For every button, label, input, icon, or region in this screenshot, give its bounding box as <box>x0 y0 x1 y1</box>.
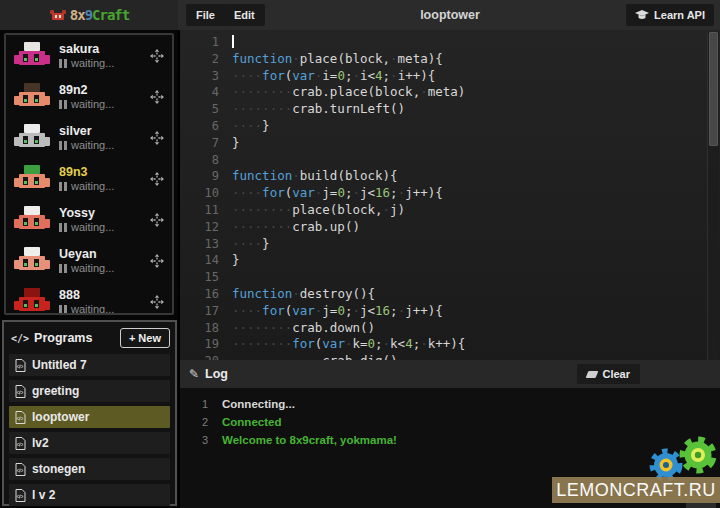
file-code-icon <box>15 385 26 398</box>
code-line: 12 ········crab.up() <box>180 219 720 236</box>
log-entry: 2 Connected <box>180 413 720 431</box>
player-status-text: waiting... <box>71 303 114 315</box>
menu-edit[interactable]: Edit <box>224 4 265 26</box>
code-line: 4 ········crab.place(block,·meta) <box>180 84 720 101</box>
avatar-head <box>24 124 40 133</box>
player-status: waiting... <box>59 221 141 233</box>
log-text: Connected <box>222 413 281 431</box>
line-number: 9 <box>180 168 232 185</box>
crab-avatar <box>14 82 50 112</box>
line-number: 13 <box>180 236 232 253</box>
program-label: Untitled 7 <box>32 358 87 372</box>
crab-avatar <box>14 246 50 276</box>
player-status-text: waiting... <box>71 57 114 69</box>
avatar-body <box>19 174 45 188</box>
player-row[interactable]: Ueyan waiting... <box>6 240 172 281</box>
program-item[interactable]: lv2 <box>9 432 170 454</box>
move-arrows-icon[interactable] <box>150 254 164 268</box>
code-line: 3 ····for(var·i=0;·i<4;·i++){ <box>180 68 720 85</box>
pause-icon <box>59 182 67 191</box>
line-number: 20 <box>180 353 232 360</box>
log-line-number: 3 <box>180 431 222 449</box>
player-row[interactable]: 89n3 waiting... <box>6 158 172 199</box>
program-list: Untitled 7 greeting looptower lv2 stoneg… <box>9 354 170 506</box>
code-line: 5 ········crab.turnLeft() <box>180 101 720 118</box>
menu-file[interactable]: File <box>186 4 225 26</box>
program-label: stonegen <box>32 462 85 476</box>
code-line: 2 function·place(block,·meta){ <box>180 51 720 68</box>
pause-icon <box>59 100 67 109</box>
programs-panel: </> Programs + New Untitled 7 greeting l… <box>2 320 177 506</box>
programs-header: </> Programs + New <box>9 326 170 350</box>
line-number: 7 <box>180 135 232 152</box>
line-code: function·destroy(){ <box>232 286 375 303</box>
player-name: Yossy <box>59 206 141 220</box>
player-row[interactable]: 89n2 waiting... <box>6 76 172 117</box>
code-lines: 1 2 function·place(block,·meta){ 3 ····f… <box>180 30 720 360</box>
sidebar: sakura waiting... 89n2 waiting... <box>0 30 178 508</box>
line-number: 8 <box>180 152 232 169</box>
watermark-tab <box>686 503 716 508</box>
program-item[interactable]: looptower <box>9 406 170 428</box>
code-editor[interactable]: 1 2 function·place(block,·meta){ 3 ····f… <box>180 30 720 360</box>
player-status: waiting... <box>59 98 141 110</box>
code-line: 14 } <box>180 252 720 269</box>
program-item[interactable]: greeting <box>9 380 170 402</box>
avatar-eye <box>23 136 28 144</box>
avatar-eye <box>23 218 28 226</box>
line-number: 3 <box>180 68 232 85</box>
player-status-text: waiting... <box>71 180 114 192</box>
avatar-body <box>19 51 45 65</box>
player-name: 89n3 <box>59 165 141 179</box>
editor-scrollbar[interactable] <box>707 32 719 360</box>
move-arrows-icon[interactable] <box>150 172 164 186</box>
player-row[interactable]: Yossy waiting... <box>6 199 172 240</box>
avatar-body <box>19 215 45 229</box>
player-row[interactable]: sakura waiting... <box>6 35 172 76</box>
code-line: 19 ········for(var·k=0;·k<4;·k++){ <box>180 336 720 353</box>
avatar-head <box>24 206 40 215</box>
line-number: 4 <box>180 84 232 101</box>
log-line-number: 2 <box>180 413 222 431</box>
code-line: 7 } <box>180 135 720 152</box>
program-item[interactable]: l v 2 <box>9 484 170 506</box>
clear-log-button[interactable]: Clear <box>577 364 640 384</box>
player-status-text: waiting... <box>71 221 114 233</box>
move-arrows-icon[interactable] <box>150 49 164 63</box>
avatar-eye <box>23 300 28 308</box>
line-code: ····for(var·j=0;·j<16;·j++){ <box>232 303 443 320</box>
player-row[interactable]: silver waiting... <box>6 117 172 158</box>
move-arrows-icon[interactable] <box>150 295 164 309</box>
line-code: ····for(var·j=0;·j<16;·j++){ <box>232 185 443 202</box>
avatar-eye <box>34 177 39 185</box>
program-item[interactable]: stonegen <box>9 458 170 480</box>
line-code: } <box>232 135 240 152</box>
file-code-icon <box>15 411 26 424</box>
learn-api-button[interactable]: Learn API <box>626 4 714 26</box>
player-info: 888 waiting... <box>59 288 141 315</box>
line-code: ············crab.dig() <box>232 353 398 360</box>
code-line: 6 ····} <box>180 118 720 135</box>
player-status: waiting... <box>59 262 141 274</box>
player-name: sakura <box>59 42 141 56</box>
crab-avatar <box>14 41 50 71</box>
avatar-eye <box>23 177 28 185</box>
move-arrows-icon[interactable] <box>150 213 164 227</box>
watermark-link[interactable]: LEMONCRAFT.RU <box>552 477 720 503</box>
new-program-button[interactable]: + New <box>120 328 170 348</box>
line-number: 17 <box>180 303 232 320</box>
move-arrows-icon[interactable] <box>150 131 164 145</box>
crab-avatar <box>14 205 50 235</box>
file-code-icon <box>15 463 26 476</box>
clear-label: Clear <box>602 368 630 380</box>
program-item[interactable]: Untitled 7 <box>9 354 170 376</box>
scrollbar-thumb[interactable] <box>709 32 718 146</box>
player-info: Yossy waiting... <box>59 206 141 233</box>
crab-logo-icon <box>49 9 67 22</box>
avatar-eye <box>34 136 39 144</box>
line-number: 2 <box>180 51 232 68</box>
move-arrows-icon[interactable] <box>150 90 164 104</box>
player-row[interactable]: 888 waiting... <box>6 281 172 315</box>
avatar-head <box>24 42 40 51</box>
crab-avatar <box>14 164 50 194</box>
